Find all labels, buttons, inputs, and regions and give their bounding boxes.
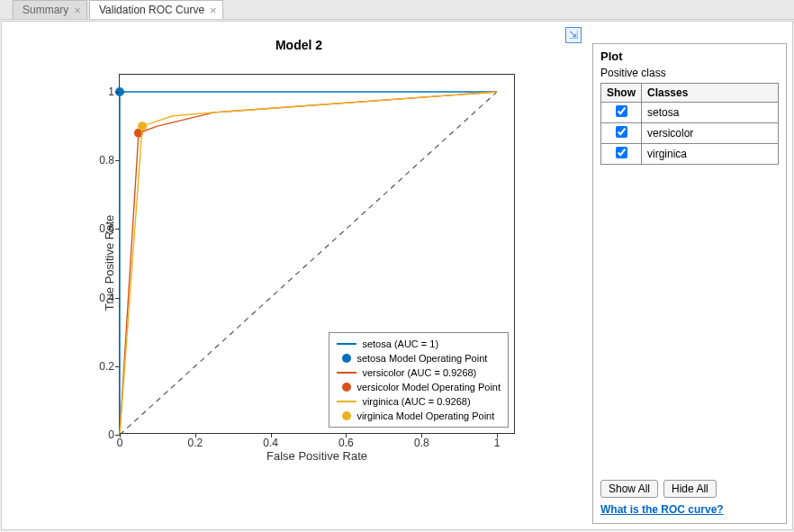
show-all-button[interactable]: Show All [600,480,658,498]
tab-validation-roc[interactable]: Validation ROC Curve × [89,0,223,19]
legend-entry: setosa (AUC = 1) [337,337,501,351]
x-tick: 0.2 [187,437,203,449]
col-show: Show [601,84,642,103]
axes[interactable]: setosa (AUC = 1)setosa Model Operating P… [119,74,515,434]
y-tick: 0.8 [93,154,114,167]
tab-label: Summary [23,4,68,16]
legend-entry: setosa Model Operating Point [337,351,501,365]
legend-entry: versicolor (AUC = 0.9268) [337,365,501,380]
y-tick: 0.6 [93,222,114,235]
legend-label: virginica Model Operating Point [356,410,494,421]
table-row: virginica [601,144,779,165]
show-class-checkbox[interactable] [616,126,627,138]
panel-title: Plot [600,50,779,63]
table-row: setosa [601,103,779,123]
legend-label: virginica (AUC = 0.9268) [362,396,470,407]
legend-label: setosa (AUC = 1) [362,338,438,349]
x-tick: 0.8 [414,437,429,449]
close-icon[interactable]: × [74,4,81,17]
legend-label: versicolor Model Operating Point [356,382,501,392]
main-content: ⇲ Model 2 True Positive Rate setosa (AUC… [1,21,793,530]
y-tick: 0.4 [93,292,114,304]
show-class-checkbox[interactable] [616,105,627,117]
x-tick: 0.6 [338,437,354,449]
legend-label: setosa Model Operating Point [356,353,487,364]
legend-entry: virginica Model Operating Point [337,409,501,423]
y-tick: 0.2 [93,360,114,373]
legend-label: versicolor (AUC = 0.9268) [362,367,476,378]
x-axis-label: False Positive Rate [266,449,367,463]
tab-label: Validation ROC Curve [99,4,204,16]
class-table: Show Classes setosaversicolorvirginica [600,83,779,165]
x-tick: 1 [494,437,501,449]
plot-box: True Positive Rate setosa (AUC = 1)setos… [56,56,542,470]
y-tick: 0 [93,428,114,441]
class-name: versicolor [642,123,779,144]
y-tick: 1 [93,86,114,98]
tab-bar: ⋮ Summary × Validation ROC Curve × [0,0,794,20]
chart-area: ⇲ Model 2 True Positive Rate setosa (AUC… [2,22,587,529]
class-name: setosa [642,103,779,123]
chart-title: Model 2 [20,38,578,52]
legend-entry: versicolor Model Operating Point [337,380,501,394]
side-panel: Plot Positive class Show Classes setosav… [592,43,787,524]
hide-all-button[interactable]: Hide All [663,480,717,498]
x-tick: 0 [117,437,123,449]
undock-icon[interactable]: ⇲ [565,27,582,43]
table-row: versicolor [601,123,779,144]
show-class-checkbox[interactable] [616,147,627,158]
legend: setosa (AUC = 1)setosa Model Operating P… [329,332,509,428]
x-tick: 0.4 [263,437,278,449]
svg-point-3 [138,122,147,131]
panel-subtitle: Positive class [600,67,779,79]
class-name: virginica [642,144,779,165]
legend-entry: virginica (AUC = 0.9268) [337,394,501,409]
tab-summary[interactable]: Summary × [13,0,87,19]
close-icon[interactable]: × [210,4,217,17]
col-classes: Classes [642,84,779,103]
help-link[interactable]: What is the ROC curve? [600,503,724,516]
